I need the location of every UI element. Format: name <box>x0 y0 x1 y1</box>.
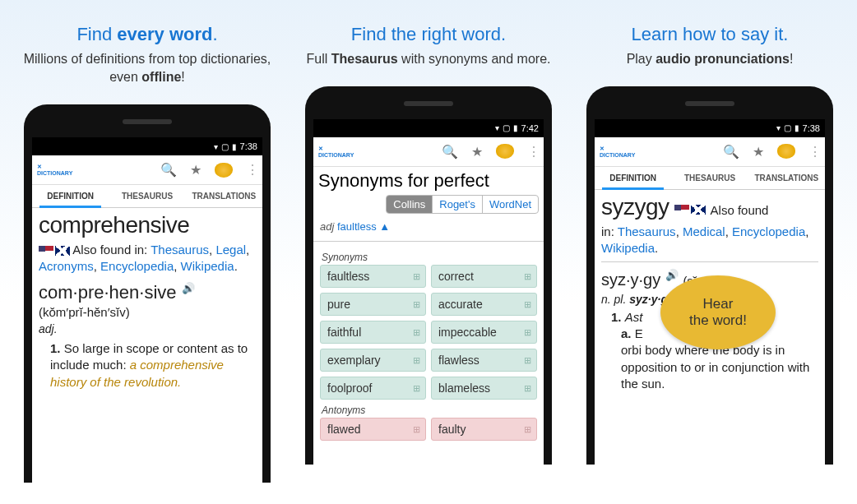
star-icon[interactable]: ★ <box>753 144 764 160</box>
link-wikipedia[interactable]: Wikipedia <box>601 241 655 255</box>
also-found-block: in: Thesaurus, Medical, Encyclopedia, Wi… <box>601 224 818 257</box>
flag-icons[interactable] <box>39 246 70 256</box>
phone-screen: ▾ ▢ ▮ 7:38 ✕ DICTIONARY 🔍 ★ ⋮ DEFINITION… <box>32 137 262 483</box>
flag-us-icon[interactable] <box>674 205 689 215</box>
flag-uk-icon[interactable] <box>55 246 70 256</box>
synonym-pill[interactable]: impeccable <box>431 321 537 344</box>
synonym-pill[interactable]: blameless <box>431 377 537 400</box>
star-icon[interactable]: ★ <box>190 162 202 178</box>
sense-row[interactable]: adj faultless ▲ <box>313 217 544 236</box>
headline: Find every word. <box>76 23 217 47</box>
brain-icon[interactable] <box>215 163 233 178</box>
search-icon[interactable]: 🔍 <box>160 162 177 178</box>
sense-pos: adj <box>320 220 334 233</box>
antonym-grid: flawed faulty <box>313 418 544 441</box>
statusbar-time: 7:42 <box>521 123 539 133</box>
synonym-pill[interactable]: exemplary <box>320 349 426 372</box>
tab-translations[interactable]: TRANSLATIONS <box>186 185 262 207</box>
def-text-tail: body where the body is in opposition to … <box>621 343 809 391</box>
subhead-post: ! <box>790 52 793 66</box>
antonym-pill[interactable]: faulty <box>431 418 537 441</box>
tab-thesaurus[interactable]: THESAURUS <box>671 167 748 189</box>
synonyms-label: Synonyms <box>313 247 544 265</box>
chip-rogets[interactable]: Roget's <box>432 196 482 213</box>
part-of-speech: adj. <box>39 322 256 335</box>
app-logo[interactable]: ✕ DICTIONARY <box>37 161 78 179</box>
tab-definition[interactable]: DEFINITION <box>32 185 109 207</box>
definition-1: 1. So large in scope or content as to in… <box>39 340 256 391</box>
synonym-pill[interactable]: accurate <box>431 293 537 316</box>
headword: syzygy <box>601 195 669 220</box>
collapse-arrow-icon[interactable]: ▲ <box>379 220 390 233</box>
subdef-label: a. <box>621 326 632 340</box>
overflow-menu-icon[interactable]: ⋮ <box>808 144 820 160</box>
android-statusbar: ▾ ▢ ▮ 7:38 <box>595 119 825 137</box>
antonym-pill[interactable]: flawed <box>320 418 426 441</box>
synonym-pill[interactable]: faultless <box>320 265 426 288</box>
phone-mock: ▾ ▢ ▮ 7:38 ✕ DICTIONARY 🔍 ★ ⋮ DEFINITION… <box>24 104 271 483</box>
link-medical[interactable]: Medical <box>683 224 725 238</box>
synonym-pill[interactable]: faithful <box>320 321 426 344</box>
subheadline: Play audio pronunciations! <box>627 50 794 68</box>
headword: comprehensive <box>39 213 256 238</box>
overflow-menu-icon[interactable]: ⋮ <box>246 162 257 178</box>
brain-icon[interactable] <box>496 144 514 159</box>
link-encyclopedia[interactable]: Encyclopedia <box>732 224 805 238</box>
promo-panel-2: Find the right word. Full Thesaurus with… <box>294 0 563 504</box>
content-tabs: DEFINITION THESAURUS TRANSLATIONS <box>595 167 825 190</box>
tab-translations[interactable]: TRANSLATIONS <box>748 167 825 189</box>
android-statusbar: ▾ ▢ ▮ 7:42 <box>313 119 544 137</box>
subhead-post: ! <box>181 70 184 84</box>
audio-icon[interactable]: 🔊 <box>182 282 195 294</box>
link-encyclopedia[interactable]: Encyclopedia <box>100 259 174 273</box>
phone-mock: ▾ ▢ ▮ 7:42 ✕ DICTIONARY 🔍 ★ ⋮ Synonyms f… <box>305 86 552 465</box>
card-icon: ▢ <box>784 123 791 132</box>
signal-icon: ▾ <box>495 123 499 132</box>
syllab-text: com·pre·hen·sive <box>39 282 177 303</box>
app-logo[interactable]: ✕ DICTIONARY <box>600 142 641 160</box>
tab-definition[interactable]: DEFINITION <box>595 167 671 189</box>
syllab-text: syz·y·gy <box>601 270 660 289</box>
antonyms-label: Antonyms <box>313 400 544 418</box>
flag-uk-icon[interactable] <box>691 205 706 215</box>
search-icon[interactable]: 🔍 <box>723 144 739 160</box>
flag-icons[interactable] <box>674 205 706 215</box>
audio-icon[interactable]: 🔊 <box>665 269 679 281</box>
npl-pre: n. pl. <box>601 293 629 306</box>
overflow-menu-icon[interactable]: ⋮ <box>527 144 539 160</box>
signal-icon: ▾ <box>776 123 781 132</box>
link-thesaurus[interactable]: Thesaurus <box>151 243 209 257</box>
battery-icon: ▮ <box>794 123 799 132</box>
callout-bubble: Hear the word! <box>660 275 776 349</box>
synonym-pill[interactable]: pure <box>320 293 426 316</box>
link-legal[interactable]: Legal <box>215 243 246 257</box>
pronunciation: (kŏm′prĭ-hĕn′sĭv) <box>39 305 256 319</box>
link-wikipedia[interactable]: Wikipedia <box>181 259 234 273</box>
divider <box>313 241 544 242</box>
chip-wordnet[interactable]: WordNet <box>482 196 538 213</box>
headline: Learn how to say it. <box>632 23 789 47</box>
headline: Find the right word. <box>351 23 506 47</box>
subheadline: Millions of definitions from top diction… <box>13 50 281 87</box>
subhead-strong: offline <box>141 70 181 84</box>
link-thesaurus[interactable]: Thesaurus <box>618 224 676 238</box>
also-found-block: Also found in: Thesaurus, Legal, Acronym… <box>39 242 256 275</box>
subhead-post: with synonyms and more. <box>398 52 551 66</box>
chip-collins[interactable]: Collins <box>387 196 432 213</box>
search-icon[interactable]: 🔍 <box>442 144 458 160</box>
tab-thesaurus[interactable]: THESAURUS <box>109 185 185 207</box>
def-frag-orb: orbi <box>621 343 642 357</box>
link-acronyms[interactable]: Acronyms <box>39 259 94 273</box>
subheadline: Full Thesaurus with synonyms and more. <box>306 50 550 68</box>
star-icon[interactable]: ★ <box>471 144 483 160</box>
synonym-pill[interactable]: foolproof <box>320 377 426 400</box>
android-statusbar: ▾ ▢ ▮ 7:38 <box>32 137 262 155</box>
subhead-strong: Thesaurus <box>331 52 398 66</box>
brain-icon[interactable] <box>777 144 795 159</box>
synonym-pill[interactable]: correct <box>431 265 537 288</box>
app-logo[interactable]: ✕ DICTIONARY <box>318 142 359 160</box>
statusbar-time: 7:38 <box>803 123 820 133</box>
flag-us-icon[interactable] <box>39 246 53 256</box>
synonym-pill[interactable]: flawless <box>431 349 537 372</box>
bubble-line-2: the word! <box>689 312 747 328</box>
